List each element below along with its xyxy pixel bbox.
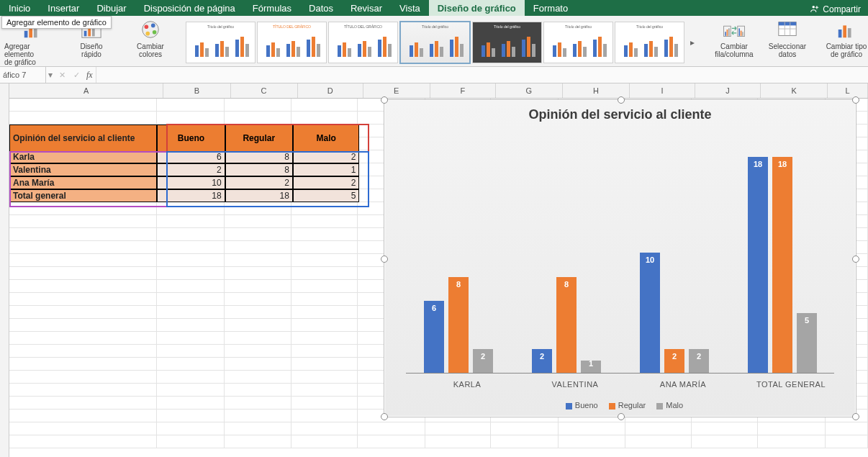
cell[interactable]: 8 xyxy=(225,163,293,176)
chart-handle[interactable] xyxy=(618,413,625,420)
cell[interactable] xyxy=(758,422,826,435)
col-header-D[interactable]: D xyxy=(298,83,363,98)
cell[interactable] xyxy=(291,371,358,384)
cell[interactable] xyxy=(425,422,492,435)
cell[interactable] xyxy=(9,422,157,435)
menu-insertar[interactable]: Insertar xyxy=(39,0,88,16)
chart-handle[interactable] xyxy=(381,255,388,263)
cell[interactable]: 2 xyxy=(157,163,225,176)
cell[interactable] xyxy=(358,435,425,448)
cell[interactable] xyxy=(9,435,157,448)
cell[interactable]: Valentina xyxy=(9,163,157,176)
cell[interactable] xyxy=(291,293,358,306)
chart-style-7[interactable]: Título del gráfico xyxy=(615,22,684,63)
cell[interactable] xyxy=(291,267,358,280)
menu-formato[interactable]: Formato xyxy=(525,0,577,16)
cell[interactable] xyxy=(291,99,358,112)
chart-bar[interactable]: 5 xyxy=(797,313,817,373)
cell[interactable] xyxy=(291,215,358,228)
cell[interactable] xyxy=(625,435,692,448)
column-headers[interactable]: ABCDEFGHIJKL xyxy=(9,83,868,99)
col-header-C[interactable]: C xyxy=(231,83,298,98)
cell[interactable] xyxy=(291,254,358,267)
cell[interactable] xyxy=(9,397,157,410)
cell[interactable]: 18 xyxy=(225,189,293,202)
cell[interactable] xyxy=(291,228,358,241)
cell[interactable] xyxy=(157,435,225,448)
chart-bar[interactable]: 2 xyxy=(473,349,493,373)
chart-handle[interactable] xyxy=(381,413,388,420)
col-header-I[interactable]: I xyxy=(630,83,695,98)
cell[interactable] xyxy=(157,293,225,306)
cell[interactable] xyxy=(225,215,292,228)
cell[interactable] xyxy=(9,228,157,241)
cell[interactable] xyxy=(9,99,157,112)
chart-style-3[interactable]: TÍTULO DEL GRÁFICO xyxy=(328,22,398,63)
menu-disposicion[interactable]: Disposición de página xyxy=(135,0,244,16)
chart-bar[interactable]: 6 xyxy=(424,301,444,373)
cell[interactable] xyxy=(9,384,157,397)
chart-bar[interactable]: 18 xyxy=(748,157,768,373)
cell[interactable] xyxy=(291,384,358,397)
cell[interactable] xyxy=(9,306,157,319)
cell[interactable] xyxy=(358,422,425,435)
row-headers[interactable] xyxy=(0,83,9,457)
cell[interactable] xyxy=(225,358,292,371)
cell[interactable] xyxy=(225,397,292,410)
col-header-B[interactable]: B xyxy=(163,83,230,98)
cell[interactable] xyxy=(157,332,225,345)
cell[interactable] xyxy=(225,267,292,280)
cell[interactable] xyxy=(491,422,559,435)
menu-vista[interactable]: Vista xyxy=(391,0,429,16)
cell[interactable] xyxy=(157,267,225,280)
cell[interactable] xyxy=(225,254,292,267)
cell[interactable] xyxy=(9,267,157,280)
chart-style-2[interactable]: TÍTULO DEL GRÁFICO xyxy=(257,22,327,63)
col-header-L[interactable]: L xyxy=(828,83,868,98)
menu-diseno-grafico[interactable]: Diseño de gráfico xyxy=(429,0,525,16)
cell[interactable] xyxy=(157,371,225,384)
cell[interactable] xyxy=(157,319,225,332)
cell[interactable] xyxy=(491,435,559,448)
chart-style-1[interactable]: Título del gráfico xyxy=(186,22,256,63)
cell[interactable] xyxy=(157,358,225,371)
cell[interactable] xyxy=(9,112,157,125)
sheet-grid[interactable]: ABCDEFGHIJKL Opinión del servicio al cli… xyxy=(9,83,868,457)
cell[interactable]: Bueno xyxy=(157,125,225,152)
cell[interactable] xyxy=(9,319,157,332)
menu-inicio[interactable]: Inicio xyxy=(0,0,39,16)
cell[interactable] xyxy=(625,422,692,435)
cell[interactable] xyxy=(157,215,225,228)
cell[interactable] xyxy=(157,422,225,435)
cell[interactable] xyxy=(9,215,157,228)
cell[interactable] xyxy=(225,435,292,448)
menu-dibujar[interactable]: Dibujar xyxy=(88,0,135,16)
cell[interactable] xyxy=(291,422,358,435)
cell[interactable] xyxy=(9,410,157,422)
cell[interactable] xyxy=(291,358,358,371)
chart-bar[interactable]: 2 xyxy=(532,349,552,373)
cancel-entry-icon[interactable]: ✕ xyxy=(55,71,69,80)
cell[interactable] xyxy=(225,319,292,332)
cell[interactable] xyxy=(9,293,157,306)
cell[interactable] xyxy=(559,422,626,435)
cell[interactable]: 5 xyxy=(293,189,359,202)
cell[interactable] xyxy=(157,384,225,397)
col-header-H[interactable]: H xyxy=(563,83,630,98)
cell[interactable] xyxy=(692,422,758,435)
chart-style-6[interactable]: Título del gráfico xyxy=(543,22,613,63)
cell[interactable] xyxy=(425,435,492,448)
share-button[interactable]: Compartir xyxy=(803,0,868,16)
cell[interactable] xyxy=(157,241,225,254)
cell[interactable] xyxy=(157,397,225,410)
cell[interactable] xyxy=(9,371,157,384)
cell[interactable] xyxy=(225,422,292,435)
chart-bar[interactable]: 10 xyxy=(640,253,660,373)
name-box[interactable]: áfico 7 xyxy=(0,67,46,83)
cell[interactable] xyxy=(559,435,626,448)
cell[interactable] xyxy=(225,228,292,241)
confirm-entry-icon[interactable]: ✓ xyxy=(69,71,83,80)
cell[interactable] xyxy=(157,228,225,241)
cell[interactable] xyxy=(291,397,358,410)
col-header-A[interactable]: A xyxy=(9,83,163,98)
